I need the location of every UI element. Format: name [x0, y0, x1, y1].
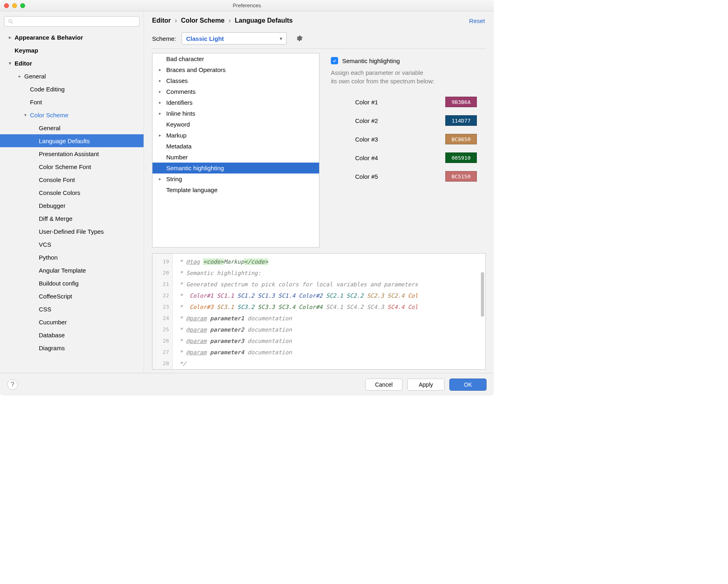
sidebar-item-label: Editor — [15, 60, 32, 67]
option-label: String — [166, 176, 182, 182]
sidebar-item-label: Diagrams — [39, 345, 65, 351]
sidebar-item[interactable]: Code Editing — [0, 83, 144, 95]
apply-button[interactable]: Apply — [407, 379, 444, 391]
sidebar-item-label: Color Scheme Font — [39, 163, 91, 170]
gear-icon — [296, 35, 303, 42]
sidebar-item[interactable]: Console Font — [0, 173, 144, 186]
sidebar-item[interactable]: Cucumber — [0, 315, 144, 328]
search-input[interactable] — [4, 16, 140, 27]
option-label: Bad character — [166, 55, 204, 62]
option-label: Number — [166, 154, 188, 161]
option-item[interactable]: Bad character — [152, 53, 319, 64]
detail-panel: Semantic highlighting Assign each parame… — [328, 53, 486, 248]
chevron-right-icon: ▸ — [159, 176, 163, 182]
sidebar-item[interactable]: Presentation Assistant — [0, 147, 144, 160]
chevron-right-icon: ▸ — [159, 67, 163, 72]
color-swatch-label: Color #5 — [355, 173, 378, 180]
search-icon — [8, 19, 13, 24]
option-item[interactable]: Number — [152, 152, 319, 163]
line-number: 20 — [152, 267, 169, 279]
option-label: Template language — [166, 186, 218, 193]
sidebar-item[interactable]: Angular Template — [0, 264, 144, 277]
sidebar-item[interactable]: Font — [0, 95, 144, 108]
sidebar: ▸Appearance & BehaviorKeymap▾Editor▸Gene… — [0, 11, 144, 373]
settings-tree[interactable]: ▸Appearance & BehaviorKeymap▾Editor▸Gene… — [0, 30, 144, 373]
semantic-highlighting-checkbox[interactable] — [331, 57, 338, 64]
sidebar-item[interactable]: Color Scheme Font — [0, 160, 144, 173]
option-label: Braces and Operators — [166, 66, 226, 73]
breadcrumb-item[interactable]: Color Scheme — [181, 17, 225, 24]
scheme-dropdown[interactable]: Classic Light ▾ — [182, 32, 287, 44]
sidebar-item-label: Diff & Merge — [39, 215, 72, 222]
sidebar-item[interactable]: ▸General — [0, 70, 144, 83]
sidebar-item[interactable]: Keymap — [0, 44, 144, 57]
option-label: Classes — [166, 77, 188, 84]
option-item[interactable]: ▸Identifiers — [152, 97, 319, 108]
color-swatch[interactable]: 005910 — [445, 152, 477, 163]
color-swatch-row: Color #5BC5150 — [331, 167, 484, 186]
gutter: 19202122232425262728 — [152, 254, 173, 369]
color-swatch-label: Color #2 — [355, 117, 378, 124]
option-label: Markup — [166, 132, 186, 139]
option-item[interactable]: Keyword — [152, 119, 319, 130]
sidebar-item[interactable]: Buildout config — [0, 277, 144, 290]
sidebar-item-label: Database — [39, 332, 65, 339]
sidebar-item[interactable]: Diff & Merge — [0, 212, 144, 225]
color-swatch-label: Color #4 — [355, 154, 378, 161]
option-item[interactable]: Semantic highlighting — [152, 163, 319, 174]
reset-link[interactable]: Reset — [469, 17, 485, 24]
search-field[interactable] — [16, 19, 136, 25]
sidebar-item[interactable]: User-Defined File Types — [0, 225, 144, 238]
help-button[interactable]: ? — [7, 379, 18, 390]
sidebar-item[interactable]: Language Defaults — [0, 134, 144, 147]
scrollbar-thumb[interactable] — [481, 272, 484, 317]
options-list[interactable]: Bad character▸Braces and Operators▸Class… — [152, 53, 320, 248]
sidebar-item-label: Code Editing — [30, 86, 65, 93]
color-swatch[interactable]: BC8650 — [445, 134, 477, 144]
option-label: Metadata — [166, 143, 192, 150]
option-item[interactable]: Metadata — [152, 141, 319, 152]
sidebar-item[interactable]: ▸Appearance & Behavior — [0, 31, 144, 44]
sidebar-item[interactable]: Debugger — [0, 199, 144, 212]
color-swatch[interactable]: 9B3B6A — [445, 97, 477, 107]
color-swatch-label: Color #3 — [355, 136, 378, 143]
sidebar-item-label: Font — [30, 99, 42, 106]
breadcrumb-item[interactable]: Editor — [152, 17, 171, 24]
svg-line-1 — [11, 22, 13, 24]
sidebar-item[interactable]: Diagrams — [0, 341, 144, 354]
option-item[interactable]: ▸String — [152, 174, 319, 184]
option-item[interactable]: Template language — [152, 184, 319, 195]
line-number: 25 — [152, 324, 169, 335]
check-icon — [332, 58, 337, 63]
option-item[interactable]: ▸Comments — [152, 86, 319, 97]
line-number: 28 — [152, 358, 169, 369]
sidebar-item[interactable]: CoffeeScript — [0, 290, 144, 303]
option-item[interactable]: ▸Inline hints — [152, 108, 319, 119]
option-item[interactable]: ▸Braces and Operators — [152, 64, 319, 75]
sidebar-item[interactable]: Python — [0, 251, 144, 264]
sidebar-item[interactable]: ▾Color Scheme — [0, 108, 144, 121]
option-label: Inline hints — [166, 110, 195, 117]
divider — [152, 49, 486, 49]
sidebar-item-label: Keymap — [15, 47, 38, 54]
sidebar-item[interactable]: Database — [0, 328, 144, 341]
sidebar-item[interactable]: CSS — [0, 303, 144, 315]
line-number: 27 — [152, 347, 169, 358]
color-swatch[interactable]: BC5150 — [445, 171, 477, 182]
breadcrumb-sep-icon: › — [175, 17, 177, 24]
scheme-settings-button[interactable] — [295, 34, 304, 43]
breadcrumb-item[interactable]: Language Defaults — [235, 17, 292, 24]
cancel-button[interactable]: Cancel — [365, 379, 402, 391]
color-swatch[interactable]: 114D77 — [445, 115, 477, 126]
option-item[interactable]: ▸Classes — [152, 75, 319, 86]
sidebar-item[interactable]: VCS — [0, 238, 144, 251]
code-preview[interactable]: 19202122232425262728 * @tag <code>Markup… — [152, 253, 486, 370]
ok-button[interactable]: OK — [449, 379, 487, 391]
sidebar-item[interactable]: ▾Editor — [0, 57, 144, 70]
option-item[interactable]: ▸Markup — [152, 130, 319, 141]
sidebar-item-label: Console Font — [39, 176, 75, 183]
chevron-right-icon: ▸ — [8, 35, 12, 40]
sidebar-item[interactable]: Console Colors — [0, 186, 144, 199]
option-label: Keyword — [166, 121, 190, 128]
sidebar-item[interactable]: General — [0, 121, 144, 134]
